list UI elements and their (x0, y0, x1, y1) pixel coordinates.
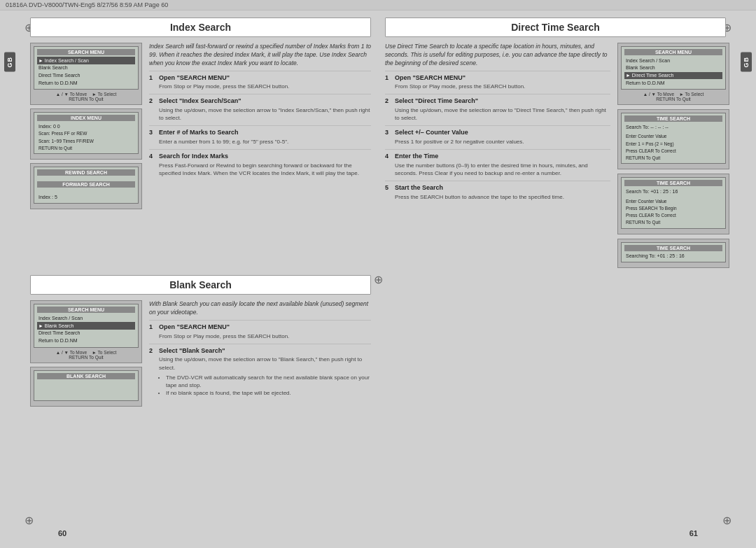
direct-time-search-content: Use Direct Time Search to locate a speci… (385, 43, 726, 268)
direct-search-menu-screen: SEARCH MENU Index Search / Scan Blank Se… (617, 43, 729, 105)
blank-bullet-2: If no blank space is found, the tape wil… (166, 389, 371, 397)
page-number-right: 61 (690, 529, 698, 538)
direct-step-5: 5 Start the Search Press the SEARCH butt… (385, 183, 610, 201)
index-step-3: 3 Enter # of Marks to Search Enter a num… (149, 128, 371, 146)
main-content: GB Index Search SEARCH MENU (0, 10, 756, 548)
blank-step-2: 2 Select "Blank Search" Using the up/dow… (149, 346, 371, 398)
direct-step-2: 2 Select "Direct Time Search" Using the … (385, 97, 610, 122)
blank-step-1: 1 Open "SEARCH MENU" From Stop or Play m… (149, 323, 371, 340)
direct-time-search-column: Direct Time Search Use Direct Time Searc… (385, 17, 726, 268)
time-search-entry-screen: TIME SEARCH Search To: -- : -- : -- Ente… (617, 109, 729, 169)
top-section: Index Search SEARCH MENU ► Index Search … (30, 17, 726, 268)
blank-search-content: SEARCH MENU Index Search / Scan ► Blank … (30, 300, 371, 526)
time-search-value-screen: TIME SEARCH Search To: +01 : 25 : 16 Ent… (617, 174, 729, 234)
blank-search-result-screen: BLANK SEARCH (30, 367, 142, 407)
index-search-title: Index Search (30, 17, 371, 37)
left-side-tab: GB (0, 10, 20, 548)
bottom-section: Blank Search SEARCH MENU Index Search / … (30, 275, 726, 526)
direct-step-4: 4 Enter the Time Use the number buttons … (385, 152, 610, 177)
page-container: 01816A DVD-V8000/TWN-Eng5 8/27/56 8:59 A… (0, 0, 756, 548)
blank-search-menu-screen: SEARCH MENU Index Search / Scan ► Blank … (30, 300, 142, 363)
index-step-2: 2 Select "Index Search/Scan" Using the u… (149, 97, 371, 122)
index-menu-screen: INDEX MENU Index: 0 0 Scan: Press FF or … (30, 108, 142, 160)
blank-search-instructions: With Blank Search you can easily locate … (149, 300, 371, 526)
gb-tab-right: GB (741, 52, 752, 72)
page-footer: 60 61 (30, 526, 726, 541)
page-number-left: 60 (58, 529, 66, 538)
index-step-4: 4 Search for Index Marks Press Fast-Forw… (149, 152, 371, 177)
index-search-menu-screen: SEARCH MENU ► Index Search / Scan Blank … (30, 43, 142, 105)
blank-search-column: Blank Search SEARCH MENU Index Search / … (30, 275, 371, 526)
content-body: Index Search SEARCH MENU ► Index Search … (20, 10, 736, 548)
index-search-screens: SEARCH MENU ► Index Search / Scan Blank … (30, 43, 142, 268)
index-search-column: Index Search SEARCH MENU ► Index Search … (30, 17, 371, 268)
blank-bullet-1: The DVD-VCR will automatically search fo… (166, 374, 371, 389)
direct-time-search-instructions: Use Direct Time Search to locate a speci… (385, 43, 610, 268)
blank-search-screens: SEARCH MENU Index Search / Scan ► Blank … (30, 300, 142, 526)
direct-time-search-title: Direct Time Search (385, 17, 726, 37)
gb-tab-left: GB (4, 52, 15, 72)
direct-step-1: 1 Open "SEARCH MENU" From Stop or Play m… (385, 73, 610, 91)
blank-search-title: Blank Search (30, 275, 371, 295)
direct-time-intro: Use Direct Time Search to locate a speci… (385, 43, 610, 68)
index-search-intro: Index Search will fast-forward or rewind… (149, 43, 371, 68)
index-search-instructions: Index Search will fast-forward or rewind… (149, 43, 371, 268)
index-step-1: 1 Open "SEARCH MENU" From Stop or Play m… (149, 73, 371, 91)
file-header: 01816A DVD-V8000/TWN-Eng5 8/27/56 8:59 A… (0, 0, 756, 10)
right-side-tab: GB (736, 10, 756, 548)
index-search-content: SEARCH MENU ► Index Search / Scan Blank … (30, 43, 371, 268)
direct-time-search-screens: SEARCH MENU Index Search / Scan Blank Se… (617, 43, 726, 268)
rewind-search-screen: REWIND SEARCH FORWARD SEARCH Index : 5 (30, 163, 142, 209)
right-spacer-column (385, 275, 726, 526)
direct-step-3: 3 Select +/– Counter Value Press 1 for p… (385, 128, 610, 146)
blank-search-intro: With Blank Search you can easily locate … (149, 300, 371, 317)
time-search-searching-screen: TIME SEARCH Searching To: +01 : 25 : 16 (617, 239, 729, 269)
